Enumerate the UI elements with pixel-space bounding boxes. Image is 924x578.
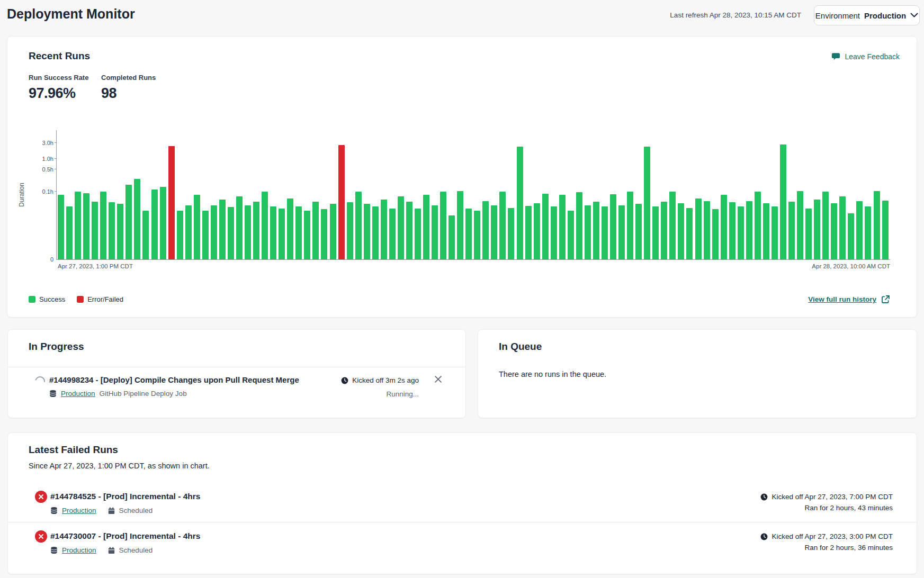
chart-bar[interactable] <box>482 201 489 259</box>
chart-bar[interactable] <box>194 195 200 259</box>
chart-bar[interactable] <box>788 202 795 259</box>
chart-bar[interactable] <box>661 202 667 259</box>
chart-bar[interactable] <box>312 202 319 259</box>
chart-bar[interactable] <box>245 205 251 259</box>
chart-bar[interactable] <box>185 205 192 259</box>
chart-bar[interactable] <box>58 195 64 259</box>
close-icon[interactable] <box>434 375 442 383</box>
chart-bar[interactable] <box>738 206 744 259</box>
chart-bar[interactable] <box>236 196 243 259</box>
chart-bar[interactable] <box>83 193 89 259</box>
chart-bar[interactable] <box>168 146 175 259</box>
chart-bar[interactable] <box>321 209 327 259</box>
chart-bar[interactable] <box>822 192 829 259</box>
environment-link[interactable]: Production <box>61 390 95 398</box>
chart-bar[interactable] <box>704 201 710 259</box>
chart-bar[interactable] <box>270 206 276 259</box>
chart-bar[interactable] <box>635 204 642 259</box>
chart-bar[interactable] <box>142 211 149 259</box>
environment-dropdown[interactable]: Environment Production <box>814 5 920 25</box>
chart-bar[interactable] <box>151 189 158 259</box>
chart-bar[interactable] <box>117 204 123 259</box>
chart-bar[interactable] <box>593 202 599 259</box>
chart-bar[interactable] <box>882 201 889 259</box>
chart-bar[interactable] <box>347 202 353 259</box>
chart-bar[interactable] <box>440 192 446 259</box>
environment-link[interactable]: Production <box>62 546 96 554</box>
chart-bar[interactable] <box>75 192 81 259</box>
chart-bar[interactable] <box>432 205 438 259</box>
chart-bar[interactable] <box>542 194 549 259</box>
chart-bar[interactable] <box>338 145 345 259</box>
chart-bar[interactable] <box>125 185 132 259</box>
chart-bar[interactable] <box>729 202 735 259</box>
chart-bar[interactable] <box>287 198 293 259</box>
chart-bar[interactable] <box>219 200 226 259</box>
chart-bar[interactable] <box>525 206 532 259</box>
chart-bar[interactable] <box>746 201 752 259</box>
chart-bar[interactable] <box>415 209 421 259</box>
chart-bar[interactable] <box>848 213 854 259</box>
chart-bar[interactable] <box>389 209 396 259</box>
chart-bar[interactable] <box>448 215 455 259</box>
chart-bar[interactable] <box>763 203 769 259</box>
chart-bar[interactable] <box>355 192 362 259</box>
chart-bar[interactable] <box>364 204 370 259</box>
chart-bar[interactable] <box>372 206 379 259</box>
chart-bar[interactable] <box>534 203 540 259</box>
chart-bar[interactable] <box>695 198 702 259</box>
chart-bar[interactable] <box>644 147 650 259</box>
chart-bar[interactable] <box>585 205 591 259</box>
chart-bar[interactable] <box>721 195 727 259</box>
chart-bar[interactable] <box>330 204 336 259</box>
chart-bar[interactable] <box>100 192 106 259</box>
chart-bar[interactable] <box>755 192 761 259</box>
chart-bar[interactable] <box>304 211 310 259</box>
chart-bar[interactable] <box>652 206 659 259</box>
chart-bar[interactable] <box>874 191 880 259</box>
chart-bar[interactable] <box>568 211 574 259</box>
chart-bar[interactable] <box>805 209 812 259</box>
chart-bar[interactable] <box>423 195 429 259</box>
chart-bar[interactable] <box>517 147 523 259</box>
chart-bar[interactable] <box>814 200 820 259</box>
chart-bar[interactable] <box>686 208 693 259</box>
chart-bar[interactable] <box>109 202 115 259</box>
chart-bar[interactable] <box>66 206 73 259</box>
chart-bar[interactable] <box>712 209 719 259</box>
leave-feedback-button[interactable]: Leave Feedback <box>831 52 900 61</box>
chart-bar[interactable] <box>262 192 268 259</box>
chart-bar[interactable] <box>474 211 480 259</box>
chart-bar[interactable] <box>457 191 463 259</box>
chart-bar[interactable] <box>381 200 387 259</box>
chart-bar[interactable] <box>865 206 871 259</box>
chart-bar[interactable] <box>610 194 616 259</box>
chart-bar[interactable] <box>856 201 863 259</box>
chart-bar[interactable] <box>295 206 302 259</box>
chart-bar[interactable] <box>202 211 209 259</box>
environment-link[interactable]: Production <box>62 507 96 514</box>
chart-bar[interactable] <box>160 187 166 259</box>
chart-bar[interactable] <box>491 205 497 259</box>
chart-bar[interactable] <box>465 209 472 259</box>
chart-bar[interactable] <box>398 196 404 259</box>
chart-bar[interactable] <box>602 206 608 259</box>
chart-bar[interactable] <box>559 195 566 259</box>
chart-bar[interactable] <box>177 211 183 259</box>
chart-bar[interactable] <box>253 202 259 259</box>
chart-bar[interactable] <box>499 192 506 259</box>
chart-bar[interactable] <box>678 203 684 259</box>
view-full-run-history-link[interactable]: View full run history <box>808 295 890 304</box>
chart-bar[interactable] <box>228 207 234 259</box>
chart-bar[interactable] <box>772 206 778 259</box>
chart-bar[interactable] <box>618 205 625 259</box>
chart-bar[interactable] <box>576 192 582 259</box>
chart-bar[interactable] <box>279 209 285 259</box>
chart-bar[interactable] <box>92 202 98 259</box>
chart-bar[interactable] <box>508 208 514 259</box>
chart-bar[interactable] <box>831 203 837 259</box>
chart-bar[interactable] <box>406 202 412 259</box>
chart-bar[interactable] <box>627 192 633 259</box>
chart-bar[interactable] <box>211 205 217 259</box>
chart-bar[interactable] <box>797 191 803 259</box>
